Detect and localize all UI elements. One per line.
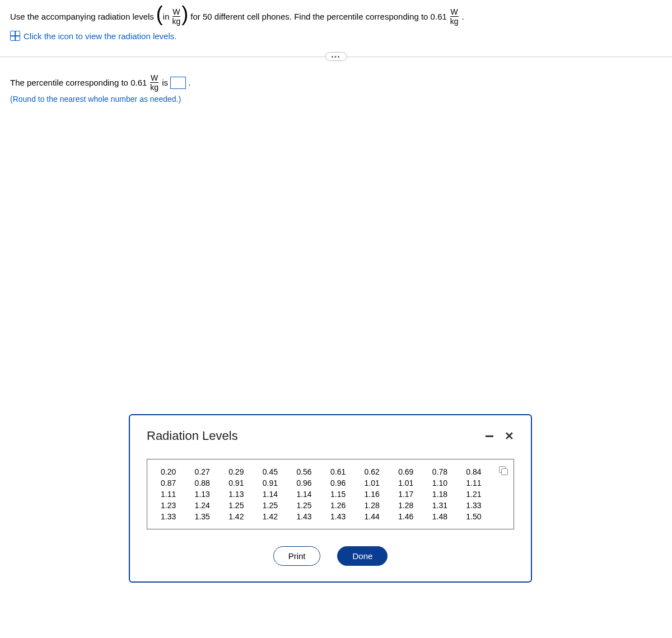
data-cell: 1.01 [398, 477, 432, 489]
data-cell: 1.42 [228, 511, 263, 522]
question-area: Use the accompanying radiation levels ( … [0, 0, 672, 45]
data-cell: 1.18 [432, 489, 466, 500]
data-cell: 1.13 [195, 489, 229, 500]
data-cell: 0.84 [466, 466, 500, 477]
data-cell: 1.24 [195, 500, 229, 511]
right-paren: ) [181, 6, 188, 22]
data-cell: 0.61 [330, 466, 365, 477]
unit-denominator-3: kg [150, 82, 158, 91]
table-row: 1.111.131.131.141.141.151.161.171.181.21 [161, 489, 500, 500]
unit-parenthetical: ( in W kg ) [156, 8, 188, 25]
data-cell: 0.27 [195, 466, 229, 477]
close-icon[interactable]: ✕ [505, 430, 514, 442]
dialog-title: Radiation Levels [147, 429, 238, 443]
dialog-buttons: Print Done [147, 546, 514, 566]
data-cell: 0.62 [365, 466, 399, 477]
dialog-header: Radiation Levels ✕ [147, 429, 514, 443]
data-cell: 1.50 [466, 511, 500, 522]
data-cell: 1.15 [330, 489, 365, 500]
data-cell: 1.25 [228, 500, 263, 511]
data-cell: 1.28 [365, 500, 399, 511]
section-divider: ••• [0, 57, 672, 57]
data-cell: 0.96 [330, 477, 365, 489]
data-cell: 0.45 [263, 466, 297, 477]
unit-denominator: kg [172, 16, 181, 25]
answer-mid: is [162, 78, 168, 87]
answer-sentence: The percentile corresponding to 0.61 W k… [10, 74, 662, 91]
unit-numerator: W [172, 8, 180, 16]
data-cell: 1.25 [263, 500, 297, 511]
data-cell: 0.91 [263, 477, 297, 489]
data-cell: 0.69 [398, 466, 432, 477]
left-paren: ( [156, 6, 163, 22]
data-cell: 0.78 [432, 466, 466, 477]
data-cell: 1.16 [365, 489, 399, 500]
view-data-link[interactable]: Click the icon to view the radiation lev… [10, 31, 662, 41]
data-cell: 1.21 [466, 489, 500, 500]
dialog-window-controls: ✕ [486, 430, 514, 442]
copy-icon[interactable] [499, 466, 506, 473]
data-cell: 1.48 [432, 511, 466, 522]
data-cell: 1.14 [263, 489, 297, 500]
data-cell: 1.10 [432, 477, 466, 489]
link-text: Click the icon to view the radiation lev… [24, 31, 176, 41]
question-part1: Use the accompanying radiation levels [10, 11, 154, 22]
data-cell: 1.11 [161, 489, 195, 500]
question-text: Use the accompanying radiation levels ( … [10, 8, 662, 25]
data-cell: 1.01 [365, 477, 399, 489]
data-cell: 1.26 [330, 500, 365, 511]
unit-fraction-3: W kg [150, 74, 158, 91]
data-cell: 1.14 [296, 489, 330, 500]
radiation-data-table: 0.200.270.290.450.560.610.620.690.780.84… [161, 466, 500, 522]
unit-fraction: W kg [172, 8, 181, 25]
table-row: 0.870.880.910.910.960.961.011.011.101.11 [161, 477, 500, 489]
answer-suffix: . [188, 78, 190, 87]
answer-area: The percentile corresponding to 0.61 W k… [0, 57, 672, 104]
data-cell: 0.87 [161, 477, 195, 489]
table-row: 0.200.270.290.450.560.610.620.690.780.84 [161, 466, 500, 477]
percentile-input[interactable] [170, 77, 186, 89]
data-cell: 1.11 [466, 477, 500, 489]
table-row: 1.231.241.251.251.251.261.281.281.311.33 [161, 500, 500, 511]
unit-fraction-2: W kg [450, 8, 459, 25]
table-icon [10, 31, 20, 41]
data-cell: 1.25 [296, 500, 330, 511]
data-cell: 1.35 [195, 511, 229, 522]
question-period: . [462, 11, 464, 22]
data-cell: 1.33 [161, 511, 195, 522]
in-text: in [163, 11, 170, 22]
unit-denominator-2: kg [450, 16, 459, 25]
data-cell: 1.31 [432, 500, 466, 511]
radiation-levels-dialog: Radiation Levels ✕ 0.200.270.290.450.560… [129, 414, 532, 583]
question-part2: for 50 different cell phones. Find the p… [190, 11, 447, 22]
data-cell: 1.42 [263, 511, 297, 522]
data-cell: 0.88 [195, 477, 229, 489]
answer-prefix: The percentile corresponding to 0.61 [10, 78, 147, 87]
data-cell: 1.46 [398, 511, 432, 522]
data-cell: 1.43 [296, 511, 330, 522]
data-cell: 1.33 [466, 500, 500, 511]
print-button[interactable]: Print [273, 546, 321, 566]
data-cell: 1.43 [330, 511, 365, 522]
data-cell: 1.44 [365, 511, 399, 522]
unit-numerator-3: W [151, 74, 158, 82]
data-cell: 0.56 [296, 466, 330, 477]
data-cell: 1.17 [398, 489, 432, 500]
data-values-box: 0.200.270.290.450.560.610.620.690.780.84… [147, 459, 514, 529]
minimize-icon[interactable] [486, 435, 493, 437]
table-row: 1.331.351.421.421.431.431.441.461.481.50 [161, 511, 500, 522]
data-cell: 0.20 [161, 466, 195, 477]
data-cell: 0.29 [228, 466, 263, 477]
data-cell: 1.28 [398, 500, 432, 511]
expand-pill[interactable]: ••• [325, 52, 347, 61]
done-button[interactable]: Done [337, 546, 388, 566]
data-cell: 0.96 [296, 477, 330, 489]
data-cell: 1.23 [161, 500, 195, 511]
rounding-hint: (Round to the nearest whole number as ne… [10, 95, 662, 104]
data-cell: 1.13 [228, 489, 263, 500]
data-cell: 0.91 [228, 477, 263, 489]
unit-numerator-2: W [451, 8, 458, 16]
